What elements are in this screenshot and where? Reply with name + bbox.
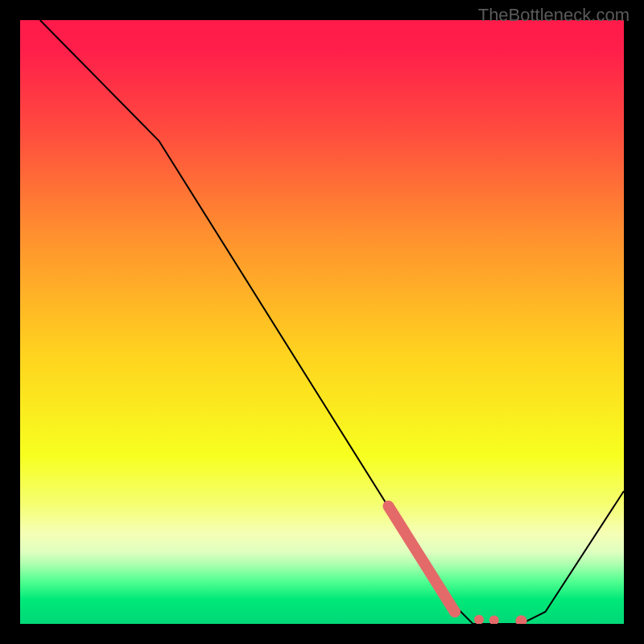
highlight-dot [516,615,527,624]
highlight-segment [389,506,456,612]
watermark-text: TheBottleneck.com [478,5,630,26]
chart-overlay [20,20,624,624]
plot-area [20,20,624,624]
plot-frame [20,20,624,624]
highlight-dot [449,606,460,617]
highlight-dot [474,615,484,624]
highlight-dot [489,616,499,625]
bottleneck-curve [40,20,624,624]
